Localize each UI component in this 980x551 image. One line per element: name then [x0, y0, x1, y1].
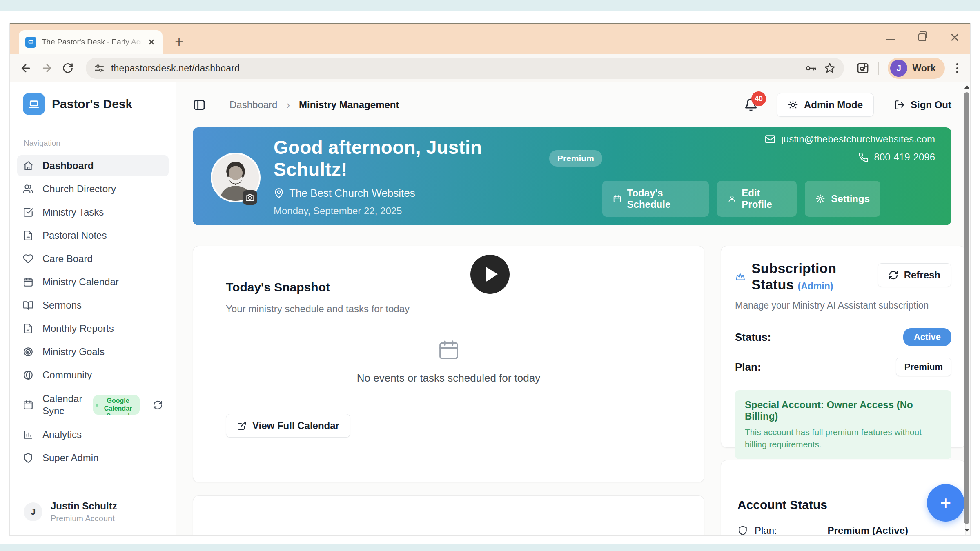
sidebar-item-analytics[interactable]: Analytics — [17, 424, 169, 445]
empty-calendar-icon — [437, 338, 460, 361]
plan-badge: Premium — [896, 358, 951, 376]
browser-profile-chip[interactable]: J Work — [888, 58, 944, 79]
new-tab-button[interactable]: + — [175, 36, 183, 48]
heart-icon — [23, 253, 33, 264]
notifications-button[interactable]: 40 — [744, 98, 758, 112]
passkey-icon[interactable] — [805, 62, 817, 74]
church-name: The Best Church Websites — [289, 187, 415, 200]
snapshot-subtitle: Your ministry schedule and tasks for tod… — [226, 303, 671, 315]
desktop-strip-top — [0, 0, 980, 11]
scrollbar-thumb[interactable] — [964, 92, 969, 524]
browser-window: The Pastor's Desk - Early Acces + thepas… — [10, 23, 970, 535]
sidebar: Pastor's Desk Navigation Dashboard Churc… — [10, 82, 176, 535]
current-date: Monday, September 22, 2025 — [274, 205, 602, 217]
page-scrollbar[interactable] — [963, 82, 970, 535]
sidebar-item-super-admin[interactable]: Super Admin — [17, 447, 169, 469]
special-account-notice: Special Account: Owner Access (No Billin… — [735, 390, 951, 459]
tab-title: The Pastor's Desk - Early Acces — [42, 38, 142, 47]
sidebar-item-community[interactable]: Community — [17, 364, 169, 386]
greeting-title: Good afternoon, Justin Schultz! — [274, 136, 540, 180]
sidebar-item-calendar-sync[interactable]: Calendar Sync Google Calendar Synced — [17, 388, 169, 422]
sidebar-item-ministry-tasks[interactable]: Ministry Tasks — [17, 202, 169, 223]
scrollbar-down-icon[interactable] — [964, 529, 969, 532]
camera-icon[interactable] — [243, 190, 257, 205]
gear-icon — [788, 100, 798, 110]
users-icon — [23, 184, 33, 194]
map-pin-icon — [274, 188, 284, 198]
sidebar-item-ministry-goals[interactable]: Ministry Goals — [17, 341, 169, 362]
status-label: Status: — [735, 331, 771, 344]
sidebar-item-monthly-reports[interactable]: Monthly Reports — [17, 318, 169, 339]
calendar-icon — [613, 194, 621, 204]
sidebar-item-ministry-calendar[interactable]: Ministry Calendar — [17, 271, 169, 293]
shield-icon — [737, 525, 748, 535]
url-text[interactable]: thepastorsdesk.net/dashboard — [111, 63, 240, 74]
forward-icon[interactable] — [41, 62, 53, 74]
google-calendar-synced-badge: Google Calendar Synced — [93, 395, 140, 415]
subscription-title: Subscription Status (Admin) — [751, 260, 877, 293]
refresh-icon — [889, 270, 898, 280]
sidebar-toggle-icon[interactable] — [193, 98, 206, 111]
tab-close-icon[interactable] — [147, 38, 156, 47]
window-close-icon[interactable] — [950, 32, 960, 42]
address-bar[interactable]: thepastorsdesk.net/dashboard — [86, 58, 844, 79]
sidebar-item-care-board[interactable]: Care Board — [17, 248, 169, 269]
edit-profile-button[interactable]: Edit Profile — [717, 181, 797, 217]
sidebar-user[interactable]: J Justin Schultz Premium Account — [24, 500, 117, 523]
sidebar-item-pastoral-notes[interactable]: Pastoral Notes — [17, 225, 169, 246]
breadcrumb-dashboard[interactable]: Dashboard — [229, 99, 277, 111]
check-square-icon — [23, 207, 33, 218]
notification-badge: 40 — [751, 91, 766, 106]
user-icon — [728, 194, 736, 204]
video-play-button[interactable] — [470, 255, 510, 294]
sync-refresh-icon[interactable] — [153, 400, 163, 410]
account-plan-value: Premium (Active) — [828, 525, 908, 535]
user-phone[interactable]: 800-419-2096 — [874, 151, 935, 163]
laptop-logo-icon — [23, 93, 45, 115]
main-content: Dashboard › Ministry Management 40 Admin… — [176, 82, 970, 535]
gear-icon — [815, 194, 825, 204]
refresh-button[interactable]: Refresh — [878, 263, 951, 287]
file-text-icon — [23, 230, 33, 241]
target-icon — [23, 347, 33, 357]
add-fab-button[interactable]: + — [927, 484, 964, 522]
sidebar-item-church-directory[interactable]: Church Directory — [17, 178, 169, 200]
admin-mode-button[interactable]: Admin Mode — [777, 93, 874, 117]
file-report-icon — [23, 323, 33, 334]
nav-section-label: Navigation — [24, 139, 169, 148]
crown-icon — [735, 271, 746, 283]
log-out-icon — [894, 100, 905, 110]
sign-out-button[interactable]: Sign Out — [894, 99, 951, 111]
special-account-description: This account has full premium features w… — [745, 426, 942, 450]
toolbar-divider — [878, 62, 879, 75]
scrollbar-up-icon[interactable] — [964, 85, 969, 89]
settings-button[interactable]: Settings — [805, 181, 880, 217]
account-plan-label: Plan: — [755, 525, 777, 535]
account-status-card: + Account Status Plan: Premium (Active) — [721, 460, 966, 535]
sidebar-item-dashboard[interactable]: Dashboard — [17, 155, 169, 176]
special-account-title: Special Account: Owner Access (No Billin… — [745, 399, 942, 422]
todays-schedule-button[interactable]: Today's Schedule — [602, 181, 709, 217]
site-info-icon[interactable] — [94, 63, 105, 73]
external-link-icon — [237, 421, 247, 431]
browser-tab[interactable]: The Pastor's Desk - Early Acces — [19, 30, 163, 54]
phone-icon — [858, 152, 869, 162]
sidebar-item-sermons[interactable]: Sermons — [17, 295, 169, 316]
user-avatar: J — [24, 502, 42, 521]
window-restore-icon[interactable] — [918, 33, 926, 41]
user-email[interactable]: justin@thebestchurchwebsites.com — [781, 133, 935, 145]
browser-toolbar: thepastorsdesk.net/dashboard J Work — [10, 54, 970, 82]
user-plan: Premium Account — [51, 514, 117, 523]
calendar-icon — [23, 277, 33, 287]
view-full-calendar-button[interactable]: View Full Calendar — [226, 414, 350, 438]
side-panel-search-icon[interactable] — [856, 62, 869, 75]
snapshot-title: Today's Snapshot — [226, 280, 671, 294]
back-icon[interactable] — [20, 62, 32, 74]
browser-menu-icon[interactable] — [954, 63, 961, 73]
plan-label: Plan: — [735, 361, 761, 373]
reload-icon[interactable] — [62, 62, 74, 74]
profile-name: Work — [912, 63, 935, 74]
bookmark-star-icon[interactable] — [824, 62, 836, 74]
window-minimize-icon[interactable] — [886, 39, 895, 40]
status-badge: Active — [903, 328, 951, 346]
